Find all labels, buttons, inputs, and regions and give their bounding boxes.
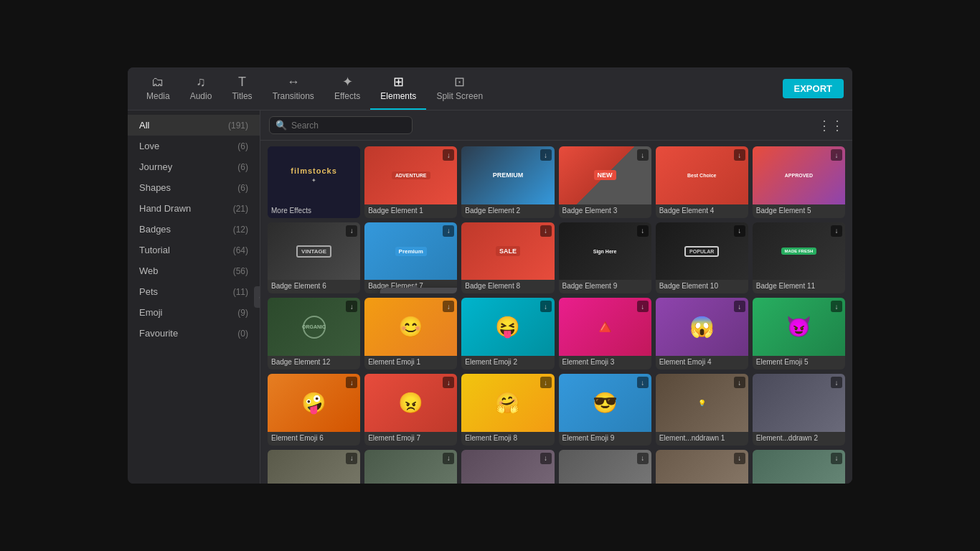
nav-item-elements[interactable]: ⊞ Elements xyxy=(370,67,426,110)
sidebar-item-emoji[interactable]: Emoji (9) xyxy=(128,302,260,323)
list-item[interactable]: PREMIUM ↓ Badge Element 2 xyxy=(461,146,554,218)
list-item[interactable]: 😎 ↓ Element Emoji 9 xyxy=(559,374,651,446)
item-label: Badge Element 7 xyxy=(364,280,457,293)
search-box[interactable]: 🔍 xyxy=(269,116,413,134)
list-item[interactable]: 🔺 ↓ Element Emoji 3 xyxy=(559,298,651,369)
sidebar-item-tutorial[interactable]: Tutorial (64) xyxy=(128,240,260,260)
list-item[interactable]: 😝 ↓ Element Emoji 2 xyxy=(461,298,554,369)
item-label: Element Emoji 8 xyxy=(461,432,554,446)
grid-container: filmstocks ✦ More Effects ADVENTURE ↓ xyxy=(260,141,852,484)
list-item[interactable]: ↓ Element...ddrawn 4 xyxy=(364,450,457,484)
list-item[interactable]: Sign Here ↓ Badge Element 9 xyxy=(559,222,651,294)
list-item[interactable]: 💡 ↓ Element...nddrawn 1 xyxy=(656,374,748,446)
thumbnail: ↓ xyxy=(461,450,554,484)
search-icon: 🔍 xyxy=(275,120,287,131)
list-item[interactable]: POPULAR ↓ Badge Element 10 xyxy=(656,222,748,294)
item-label: Badge Element 8 xyxy=(461,280,554,293)
list-item[interactable]: APPROVED ↓ Badge Element 5 xyxy=(753,146,845,218)
nav-item-titles[interactable]: T Titles xyxy=(222,67,262,110)
export-button[interactable]: EXPORT xyxy=(783,79,844,98)
thumbnail: MADE FRESH ↓ xyxy=(753,222,845,281)
elements-grid: filmstocks ✦ More Effects ADVENTURE ↓ xyxy=(268,146,845,484)
download-icon: ↓ xyxy=(346,225,357,237)
list-item[interactable]: 😊 ↓ Element Emoji 1 xyxy=(364,298,457,369)
sidebar-collapse-button[interactable]: ‹ xyxy=(254,286,260,308)
list-item[interactable]: SALE ↓ Badge Element 8 xyxy=(461,222,554,294)
list-item[interactable]: 😱 ↓ Element Emoji 4 xyxy=(656,298,748,369)
sidebar-item-journey[interactable]: Journey (6) xyxy=(128,156,260,177)
nav-item-media[interactable]: 🗂 Media xyxy=(136,67,180,110)
thumbnail: 💡 ↓ xyxy=(656,374,748,432)
list-item[interactable]: Premium ↓ Badge Element 7 Badge Element … xyxy=(364,222,457,294)
list-item[interactable]: ↓ Element...ddrawn 5 xyxy=(461,450,554,484)
sidebar-count-handdrawn: (21) xyxy=(233,204,248,214)
list-item[interactable]: ↓ Element...ddrawn 8 xyxy=(753,450,845,484)
item-label: Badge Element 12 xyxy=(268,356,360,369)
sidebar-item-love[interactable]: Love (6) xyxy=(128,136,260,156)
item-label: Element Emoji 4 xyxy=(656,356,748,369)
sidebar-count-pets: (11) xyxy=(233,287,248,297)
thumbnail: ADVENTURE ↓ xyxy=(364,146,457,204)
list-item[interactable]: ↓ Element...ddrawn 6 xyxy=(559,450,651,484)
titles-icon: T xyxy=(238,75,246,88)
thumbnail: Sign Here ↓ xyxy=(559,222,651,281)
content-toolbar: 🔍 ⋮⋮ xyxy=(260,110,852,141)
list-item[interactable]: filmstocks ✦ More Effects xyxy=(268,146,360,218)
item-label: Element...ddrawn 2 xyxy=(753,432,845,446)
nav-item-splitscreen[interactable]: ⊡ Split Screen xyxy=(426,67,493,110)
download-icon: ↓ xyxy=(540,377,552,388)
sidebar-item-shapes[interactable]: Shapes (6) xyxy=(128,177,260,198)
nav-item-audio[interactable]: ♫ Audio xyxy=(180,67,222,110)
sidebar-item-badges[interactable]: Badges (12) xyxy=(128,219,260,240)
thumbnail: 🤪 ↓ xyxy=(268,374,360,432)
item-label: Badge Element 2 xyxy=(461,204,554,218)
sidebar-item-all[interactable]: All (191) xyxy=(128,115,260,136)
sidebar-count-tutorial: (64) xyxy=(233,245,248,255)
thumbnail: VINTAGE ↓ xyxy=(268,222,360,281)
list-item[interactable]: 😈 ↓ Element Emoji 5 xyxy=(753,298,845,369)
list-item[interactable]: 🤗 ↓ Element Emoji 8 xyxy=(461,374,554,446)
download-icon: ↓ xyxy=(637,301,649,312)
nav-label-media: Media xyxy=(146,91,170,101)
thumbnail: 😝 ↓ xyxy=(461,298,554,356)
item-label: Element Emoji 6 xyxy=(268,432,360,446)
search-input[interactable] xyxy=(291,121,406,131)
thumbnail: POPULAR ↓ xyxy=(656,222,748,281)
list-item[interactable]: NEW ↓ Badge Element 3 xyxy=(559,146,651,218)
sidebar-item-handdrawn[interactable]: Hand Drawn (21) xyxy=(128,198,260,219)
sidebar-count-emoji: (9) xyxy=(237,308,248,318)
thumbnail: Premium ↓ xyxy=(364,222,457,281)
sidebar-count-shapes: (6) xyxy=(237,183,248,193)
download-icon: ↓ xyxy=(734,377,745,388)
list-item[interactable]: ↓ Element...ddrawn 7 xyxy=(656,450,748,484)
sidebar-item-pets[interactable]: Pets (11) xyxy=(128,281,260,302)
thumbnail: ↓ xyxy=(268,450,360,484)
download-icon: ↓ xyxy=(443,377,454,388)
thumbnail: filmstocks ✦ xyxy=(268,146,360,204)
list-item[interactable]: 😠 ↓ Element Emoji 7 xyxy=(364,374,457,446)
list-item[interactable]: 🤪 ↓ Element Emoji 6 xyxy=(268,374,360,446)
list-item[interactable]: ↓ Element...ddrawn 3 xyxy=(268,450,360,484)
item-label: Badge Element 9 xyxy=(559,280,651,293)
list-item[interactable]: Best Choice ↓ Badge Element 4 xyxy=(656,146,748,218)
list-item[interactable]: ↓ Element...ddrawn 2 xyxy=(753,374,845,446)
list-item[interactable]: ADVENTURE ↓ Badge Element 1 xyxy=(364,146,457,218)
download-icon: ↓ xyxy=(637,453,649,464)
sidebar-item-favourite[interactable]: Favourite (0) xyxy=(128,323,260,344)
list-item[interactable]: MADE FRESH ↓ Badge Element 11 xyxy=(753,222,845,294)
nav-item-effects[interactable]: ✦ Effects xyxy=(324,67,370,110)
effects-icon: ✦ xyxy=(342,75,353,88)
grid-toggle-icon[interactable]: ⋮⋮ xyxy=(818,118,844,133)
download-icon: ↓ xyxy=(831,453,842,464)
list-item[interactable]: ORGANIC ↓ Badge Element 12 xyxy=(268,298,360,369)
download-icon: ↓ xyxy=(540,301,552,312)
list-item[interactable]: VINTAGE ↓ Badge Element 6 xyxy=(268,222,360,294)
download-icon: ↓ xyxy=(346,453,357,464)
nav-item-transitions[interactable]: ↔ Transitions xyxy=(263,67,324,110)
download-icon: ↓ xyxy=(831,149,842,161)
item-label: Element Emoji 2 xyxy=(461,356,554,369)
nav-label-elements: Elements xyxy=(380,91,416,101)
sidebar-item-web[interactable]: Web (56) xyxy=(128,260,260,281)
thumbnail: APPROVED ↓ xyxy=(753,146,845,204)
sidebar-count-love: (6) xyxy=(237,141,248,151)
